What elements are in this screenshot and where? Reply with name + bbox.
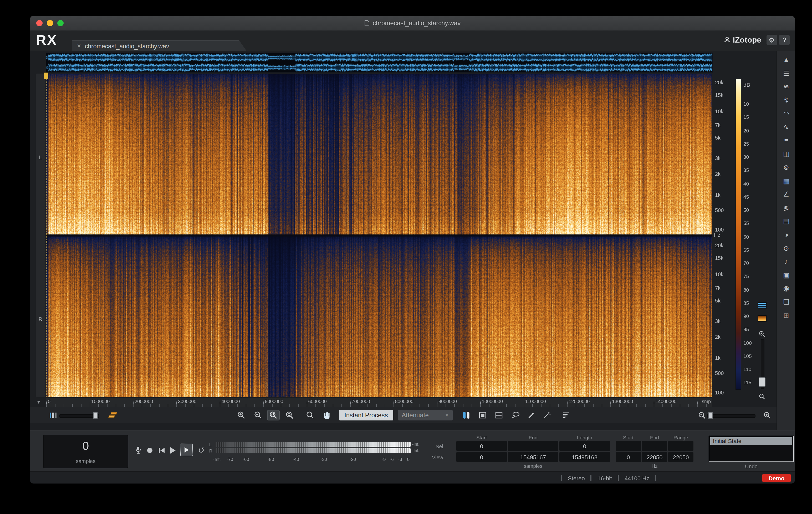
zoom-to-selection-button[interactable]	[267, 410, 280, 420]
view-start-value[interactable]: 0	[456, 452, 507, 462]
de-hum-icon[interactable]: ≡	[777, 134, 795, 147]
hand-tool-button[interactable]	[321, 410, 333, 420]
de-click-icon[interactable]: ◠	[777, 107, 795, 120]
de-noise-icon[interactable]: ≋	[777, 80, 795, 93]
batch-process-icon[interactable]: ▣	[777, 268, 795, 282]
db-tick-label: 100	[744, 340, 758, 345]
selection-header-start: Start	[476, 435, 487, 441]
brush-tool-button[interactable]	[525, 410, 538, 420]
phase-icon[interactable]: ◑	[777, 228, 795, 241]
go-to-start-icon	[158, 448, 160, 453]
freq-sel-end-empty[interactable]	[642, 441, 667, 451]
clipboard-icon[interactable]: ❏	[777, 295, 795, 308]
freq-view-end-value[interactable]: 22050	[642, 452, 667, 462]
level-meter-left	[215, 442, 411, 447]
play-selection-button[interactable]	[180, 444, 193, 456]
freq-tick-label: 10k	[715, 271, 723, 277]
history-item-selected[interactable]: Initial State	[710, 437, 792, 445]
help-icon: ?	[783, 36, 786, 43]
view-end-value[interactable]: 15495167	[508, 452, 558, 462]
lasso-tool-button[interactable]	[510, 410, 522, 420]
zoom-out-horizontal-button[interactable]	[252, 410, 264, 420]
ruler-tick-label: 9000000	[438, 399, 457, 404]
eq-icon[interactable]: ≶	[777, 201, 795, 214]
freq-sel-range-empty[interactable]	[668, 441, 693, 451]
tab-close-icon[interactable]: ✕	[77, 43, 81, 49]
module-list-icon[interactable]: ☰	[777, 66, 795, 80]
ruler-tick-label: 8000000	[395, 399, 413, 404]
azimuth-icon[interactable]: ⊙	[777, 242, 795, 255]
zoom-reset-button[interactable]	[283, 410, 296, 420]
freq-tick-label: 1k	[715, 355, 721, 361]
freq-view-start-value[interactable]: 0	[616, 452, 641, 462]
spectrogram-display[interactable]	[46, 73, 713, 397]
waveform-view-toggle[interactable]	[493, 410, 505, 420]
status-item: Stereo	[568, 475, 585, 481]
channel-strip[interactable]: L R	[36, 73, 45, 397]
freq-sel-start-empty[interactable]	[616, 441, 641, 451]
app-window: chromecast_audio_starchy.wav RX ✕ chrome…	[30, 16, 795, 484]
music-rebalance-icon[interactable]: ♪	[777, 255, 795, 268]
meter-scale-label: -40	[293, 457, 299, 462]
view-length-value[interactable]: 15495168	[559, 452, 610, 462]
sel-length-value[interactable]: 0	[559, 441, 610, 451]
freq-tick-label: 2k	[715, 334, 721, 340]
demo-badge[interactable]: Demo	[762, 474, 791, 482]
waveform-overview[interactable]	[46, 53, 713, 72]
position-counter-unit: samples	[44, 458, 128, 464]
spectrogram-view-toggle[interactable]	[476, 410, 489, 420]
freq-view-range-value[interactable]: 22050	[668, 452, 693, 462]
help-button[interactable]: ?	[779, 35, 790, 45]
timeline-zoom-in-button[interactable]	[761, 410, 773, 420]
layers-button[interactable]	[105, 410, 119, 420]
history-panel[interactable]: Initial State	[709, 436, 794, 462]
module-dropdown[interactable]: Attenuate ▼	[398, 410, 453, 420]
selection-header-length: Length	[577, 435, 592, 441]
de-reverb-icon[interactable]: ◫	[777, 147, 795, 160]
waveform-view-thumb[interactable]	[758, 302, 766, 308]
blend-slider-handle[interactable]	[759, 377, 765, 387]
status-bar: Stereo16-bit44100 Hz Demo	[30, 472, 795, 484]
timeline-zoom-out-button[interactable]	[696, 410, 708, 420]
vertical-zoom-out-button[interactable]	[758, 392, 766, 400]
freq-tick-label: 7k	[715, 285, 721, 291]
settings-button[interactable]: ⚙	[766, 35, 777, 45]
leveler-icon[interactable]: ▤	[777, 214, 795, 228]
ruler-units-dropdown[interactable]: ▼	[36, 399, 41, 405]
loop-playback-button[interactable]: ↺	[196, 445, 207, 456]
time-ruler[interactable]: smp 010000002000000300000040000005000000…	[46, 398, 713, 407]
gain-icon[interactable]: ∠	[777, 188, 795, 201]
db-tick-label: 90	[744, 314, 758, 319]
de-crackle-icon[interactable]: ∿	[777, 120, 795, 134]
db-tick-label: 35	[744, 168, 758, 173]
timeline-zoom-slider-handle[interactable]	[708, 412, 713, 419]
settings-panel-icon[interactable]: ⊞	[777, 309, 795, 322]
overview-zoom-slider-handle[interactable]	[93, 412, 98, 419]
dialogue-isolate-icon[interactable]: ⊚	[777, 161, 795, 174]
record-button[interactable]	[145, 445, 155, 456]
magic-wand-tool-button[interactable]	[541, 410, 553, 420]
plugin-host-icon[interactable]: ◉	[777, 282, 795, 295]
spectrogram-view-thumb[interactable]	[758, 315, 766, 322]
spectral-repair-icon[interactable]: ▦	[777, 174, 795, 188]
record-input-button[interactable]	[133, 445, 144, 456]
sel-end-value[interactable]	[508, 441, 558, 451]
ruler-tick-label: 14000000	[655, 399, 676, 404]
magnifier-tool-button[interactable]	[304, 410, 317, 420]
timeline-zoom-slider-track[interactable]	[707, 414, 755, 418]
file-tab[interactable]: ✕ chromecast_audio_starchy.wav	[72, 40, 246, 51]
split-view-toggle[interactable]	[460, 410, 473, 420]
overview-display-toggle[interactable]	[47, 410, 59, 420]
meter-scale-label: -60	[243, 457, 249, 462]
db-tick-label: 105	[744, 354, 758, 359]
harmonics-tool-button[interactable]	[560, 410, 573, 420]
zoom-in-horizontal-button[interactable]	[235, 410, 248, 420]
sel-start-value[interactable]: 0	[456, 441, 507, 451]
de-clip-icon[interactable]: ↯	[777, 94, 795, 107]
collapse-panel-icon[interactable]: ▲	[777, 53, 795, 66]
vertical-zoom-in-button[interactable]	[758, 330, 766, 338]
playhead-handle[interactable]	[44, 72, 48, 79]
go-to-start-button[interactable]	[156, 445, 167, 456]
instant-process-button[interactable]: Instant Process	[339, 410, 393, 420]
play-button[interactable]	[168, 445, 178, 456]
